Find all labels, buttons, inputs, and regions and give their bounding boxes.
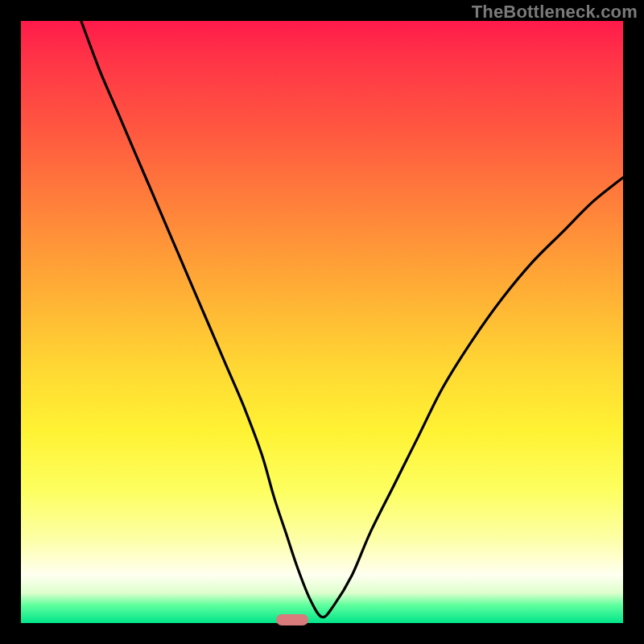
optimal-point-marker [276, 614, 308, 625]
bottleneck-curve [21, 21, 623, 623]
plot-area [21, 21, 623, 623]
watermark-text: TheBottleneck.com [472, 2, 638, 23]
chart-frame: TheBottleneck.com [0, 0, 644, 644]
